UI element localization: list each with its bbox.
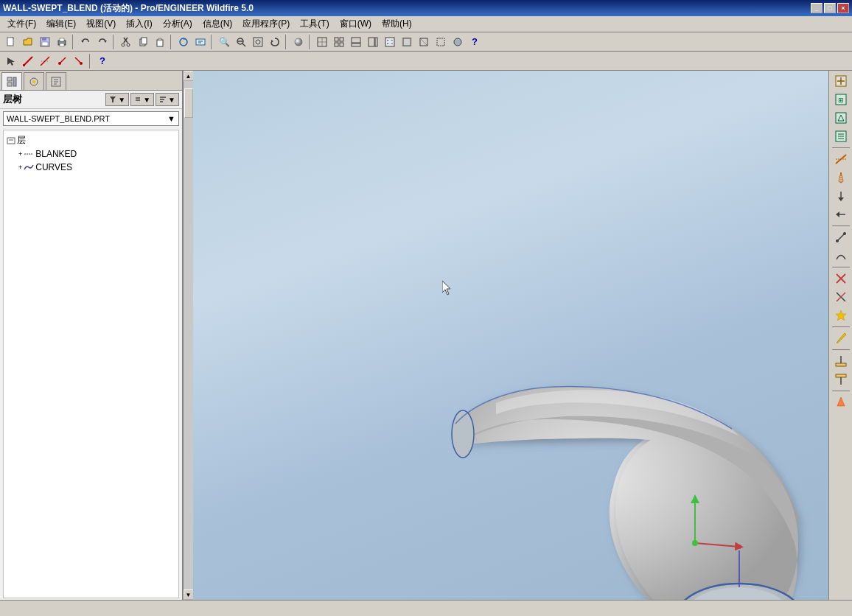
rt-cross2[interactable] xyxy=(831,288,851,306)
left-scrollbar: ▲ ▼ xyxy=(183,71,193,600)
rt-datum1[interactable] xyxy=(831,150,851,168)
menu-bar: 文件(F) 编辑(E) 视图(V) 插入(I) 分析(A) 信息(N) 应用程序… xyxy=(0,16,852,32)
svg-marker-111 xyxy=(837,333,846,343)
copy-btn[interactable] xyxy=(135,34,151,50)
select-btn[interactable] xyxy=(3,53,19,69)
file-selector[interactable]: WALL-SWEPT_BLEND.PRT ▼ xyxy=(3,111,179,126)
scroll-up-btn[interactable]: ▲ xyxy=(184,71,194,81)
viewport[interactable] xyxy=(193,71,828,600)
layer-tab-tree[interactable] xyxy=(1,72,22,90)
svg-rect-35 xyxy=(340,43,343,46)
menu-app[interactable]: 应用程序(P) xyxy=(238,16,294,32)
minimize-btn[interactable]: _ xyxy=(811,3,823,13)
sketch2[interactable] xyxy=(37,53,53,69)
layer-sort-btn[interactable]: ▼ xyxy=(156,93,179,106)
print-btn[interactable] xyxy=(54,34,70,50)
svg-rect-32 xyxy=(335,38,338,41)
sep2 xyxy=(113,35,116,49)
help2-btn[interactable]: ? xyxy=(94,53,111,69)
rt-arrow-left[interactable] xyxy=(831,206,851,223)
display2[interactable] xyxy=(416,34,432,50)
rt-trim2[interactable] xyxy=(831,371,851,388)
undo-btn[interactable] xyxy=(77,34,94,50)
view1[interactable] xyxy=(314,34,330,50)
help-btn[interactable]: ? xyxy=(467,34,483,50)
rt-view2[interactable] xyxy=(831,109,851,127)
rt-palette[interactable] xyxy=(831,393,851,411)
cut-btn[interactable] xyxy=(118,34,134,50)
scroll-down-btn[interactable]: ▼ xyxy=(184,589,194,600)
status-bar xyxy=(0,600,852,616)
sketch4[interactable] xyxy=(71,53,87,69)
display4[interactable] xyxy=(450,34,466,50)
menu-window[interactable]: 窗口(W) xyxy=(335,16,376,32)
rt-measure2[interactable] xyxy=(831,247,851,265)
expand-curves[interactable]: + xyxy=(18,164,22,171)
close-btn[interactable]: × xyxy=(837,3,849,13)
menu-insert[interactable]: 插入(I) xyxy=(122,16,156,32)
layer-tab-2[interactable] xyxy=(24,72,44,90)
view2[interactable] xyxy=(331,34,347,50)
rt-view3[interactable] xyxy=(831,127,851,145)
rt-view1[interactable]: ⊞ xyxy=(831,91,851,108)
regen-btn[interactable] xyxy=(175,34,192,50)
expand-blanked[interactable]: + xyxy=(18,150,22,158)
tree-item-blanked[interactable]: + BLANKED xyxy=(7,147,175,161)
zoom-in-btn[interactable]: 🔍 xyxy=(216,34,232,50)
svg-marker-7 xyxy=(81,41,84,43)
svg-rect-15 xyxy=(157,40,163,46)
scroll-thumb[interactable] xyxy=(184,88,193,118)
rt-pencil1[interactable] xyxy=(831,329,851,347)
view5[interactable]: ⛶ xyxy=(382,34,398,50)
view4[interactable] xyxy=(365,34,381,50)
rt-arrow-down[interactable] xyxy=(831,187,851,205)
tree-item-curves[interactable]: + CURVES xyxy=(7,161,175,174)
rt-zoom-in[interactable] xyxy=(831,72,851,90)
sketch1[interactable] xyxy=(20,53,36,69)
view3[interactable] xyxy=(348,34,364,50)
layer-filter-btn[interactable]: ▼ xyxy=(105,93,129,106)
menu-info[interactable]: 信息(N) xyxy=(198,16,237,32)
svg-line-49 xyxy=(24,57,32,66)
file-selector-arrow[interactable]: ▼ xyxy=(167,114,175,123)
rt-star[interactable] xyxy=(831,307,851,324)
svg-point-104 xyxy=(836,239,839,242)
rt-trim1[interactable] xyxy=(831,352,851,370)
sep-t2 xyxy=(89,54,92,69)
rt-cross1[interactable] xyxy=(831,270,851,287)
maximize-btn[interactable]: □ xyxy=(824,3,836,13)
zoom-fit-btn[interactable] xyxy=(250,34,266,50)
rt-sep4 xyxy=(832,326,850,327)
svg-rect-58 xyxy=(7,83,12,86)
layer-section-icon xyxy=(7,136,15,145)
save-btn[interactable] xyxy=(37,34,53,50)
layer-header: 层树 ▼ ▼ ▼ xyxy=(0,91,182,109)
open-btn[interactable] xyxy=(20,34,36,50)
svg-rect-5 xyxy=(60,38,64,41)
menu-file[interactable]: 文件(F) xyxy=(3,16,41,32)
new-btn[interactable] xyxy=(3,34,19,50)
layer-config-btn[interactable]: ▼ xyxy=(130,93,154,106)
menu-tools[interactable]: 工具(T) xyxy=(296,16,333,32)
sketch3[interactable] xyxy=(54,53,70,69)
menu-edit[interactable]: 编辑(E) xyxy=(42,16,80,32)
shading-btn[interactable] xyxy=(290,34,307,50)
menu-analysis[interactable]: 分析(A) xyxy=(158,16,197,32)
display1[interactable] xyxy=(399,34,415,50)
svg-marker-116 xyxy=(837,397,845,406)
zoom-out-btn[interactable] xyxy=(233,34,249,50)
title-text: WALL-SWEPT_BLEND (活动的) - Pro/ENGINEER Wi… xyxy=(3,2,254,15)
redo-btn[interactable] xyxy=(94,34,111,50)
svg-marker-102 xyxy=(836,211,839,217)
regen2-btn[interactable] xyxy=(192,34,209,50)
layer-tab-3[interactable] xyxy=(46,72,66,90)
paste-btn[interactable] xyxy=(152,34,168,50)
rt-datum2[interactable] xyxy=(831,169,851,186)
spin-btn[interactable] xyxy=(267,34,283,50)
rt-measure1[interactable] xyxy=(831,228,851,246)
svg-rect-112 xyxy=(836,363,846,366)
svg-rect-37 xyxy=(352,43,360,46)
menu-view[interactable]: 视图(V) xyxy=(82,16,120,32)
display3[interactable] xyxy=(433,34,449,50)
menu-help[interactable]: 帮助(H) xyxy=(377,16,416,32)
